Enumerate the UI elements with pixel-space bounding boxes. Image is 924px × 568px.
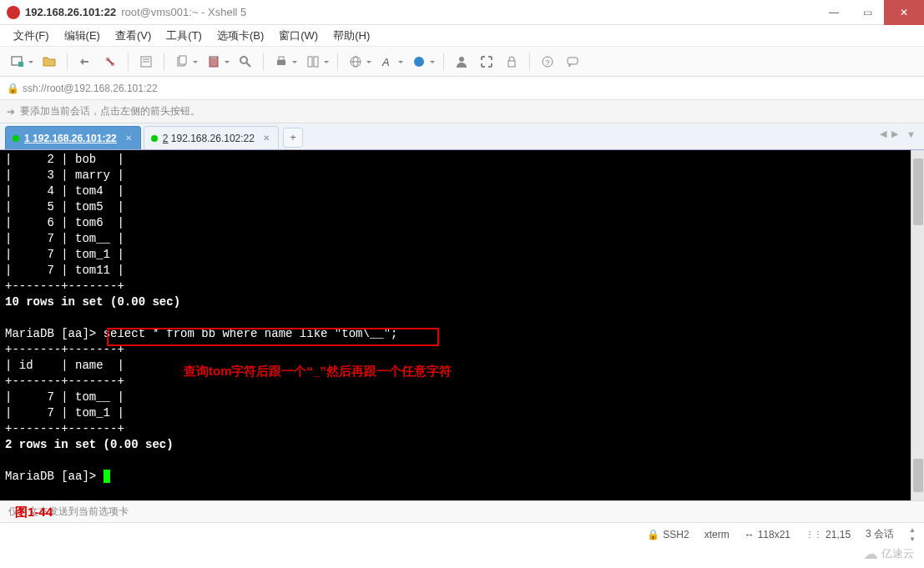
svg-rect-25 — [568, 58, 578, 64]
svg-text:A: A — [381, 56, 390, 68]
paste-icon[interactable] — [203, 51, 225, 73]
status-bar: 🔒SSH2 xterm ↔118x21 ⋮⋮21,15 3 会话 ▲▼ — [0, 522, 924, 545]
menu-help[interactable]: 帮助(H) — [326, 25, 376, 47]
lock-icon[interactable] — [501, 51, 523, 73]
watermark: ☁ 亿速云 — [858, 543, 919, 565]
tab-session-2[interactable]: 2 192.168.26.102:22 ✕ — [144, 126, 279, 149]
arrow-right-icon[interactable]: ➜ — [7, 106, 15, 118]
status-updown-icon[interactable]: ▲▼ — [909, 527, 916, 542]
title-suffix: root@vms001:~ - Xshell 5 — [121, 6, 246, 18]
disconnect-icon[interactable] — [99, 51, 121, 73]
chat-icon[interactable] — [562, 51, 583, 73]
figure-label: 图1-44 — [15, 505, 53, 520]
menu-window[interactable]: 窗口(W) — [272, 25, 325, 47]
app-icon — [7, 6, 20, 19]
status-term: xterm — [704, 529, 730, 540]
fullscreen-icon[interactable] — [476, 51, 497, 73]
highlight-box — [107, 328, 439, 346]
svg-rect-9 — [211, 56, 216, 58]
toolbar: A ? — [0, 47, 924, 77]
annotation-text: 查询tom字符后跟一个“_”然后再跟一个任意字符 — [184, 363, 452, 379]
menu-tab[interactable]: 选项卡(B) — [210, 25, 270, 47]
menu-edit[interactable]: 编辑(E) — [58, 25, 107, 47]
tab-close-icon[interactable]: ✕ — [263, 133, 270, 143]
status-protocol: 🔒SSH2 — [647, 529, 689, 540]
tab-bar: 1 192.168.26.101:22 ✕ 2 192.168.26.102:2… — [0, 123, 924, 150]
tab-close-icon[interactable]: ✕ — [125, 133, 132, 143]
svg-text:?: ? — [546, 58, 550, 67]
properties-icon[interactable] — [135, 51, 157, 73]
svg-rect-22 — [508, 61, 515, 67]
hint-text: 要添加当前会话，点击左侧的箭头按钮。 — [20, 104, 200, 118]
address-bar: 🔒 ssh://root@192.168.26.101:22 — [0, 77, 924, 100]
status-sessions: 3 会话 — [866, 527, 894, 541]
layout-icon[interactable] — [302, 51, 324, 73]
svg-point-20 — [414, 57, 424, 67]
hint-bar: ➜ 要添加当前会话，点击左侧的箭头按钮。 — [0, 100, 924, 123]
tab-add-button[interactable]: + — [283, 128, 303, 148]
menu-tools[interactable]: 工具(T) — [159, 25, 209, 47]
menu-view[interactable]: 查看(V) — [109, 25, 158, 47]
new-session-icon[interactable] — [7, 51, 28, 73]
tab-session-1[interactable]: 1 192.168.26.101:22 ✕ — [5, 126, 141, 149]
tab-nav-arrows[interactable]: ◀▶▼ — [880, 128, 916, 139]
svg-rect-13 — [279, 57, 284, 60]
find-icon[interactable] — [235, 51, 256, 73]
svg-point-21 — [459, 57, 464, 62]
svg-rect-15 — [314, 57, 318, 67]
globe-icon[interactable] — [345, 51, 366, 73]
window-controls: — ▭ ✕ — [817, 0, 924, 25]
menu-file[interactable]: 文件(F) — [7, 25, 56, 47]
info-strip: 仅将文本发送到当前选项卡 图1-44 — [0, 500, 924, 522]
open-icon[interactable] — [38, 51, 60, 73]
terminal-scrollbar[interactable] — [911, 150, 924, 500]
status-cursor: ⋮⋮21,15 — [805, 529, 851, 540]
title-bar: 192.168.26.101:22 root@vms001:~ - Xshell… — [0, 0, 924, 25]
font-icon[interactable]: A — [376, 51, 398, 73]
svg-rect-14 — [308, 57, 312, 67]
status-size: ↔118x21 — [745, 529, 790, 540]
minimize-button[interactable]: — — [817, 0, 851, 25]
status-dot-icon — [151, 135, 158, 142]
terminal-cursor — [104, 470, 110, 483]
address-url[interactable]: ssh://root@192.168.26.101:22 — [23, 83, 158, 94]
copy-icon[interactable] — [171, 51, 193, 73]
close-button[interactable]: ✕ — [884, 0, 924, 25]
terminal-output[interactable]: | 2 | bob | | 3 | marry | | 4 | tom4 | |… — [0, 150, 924, 500]
status-dot-icon — [13, 135, 19, 142]
svg-line-11 — [246, 63, 250, 67]
help-icon[interactable]: ? — [537, 51, 558, 73]
menu-bar: 文件(F) 编辑(E) 查看(V) 工具(T) 选项卡(B) 窗口(W) 帮助(… — [0, 25, 924, 47]
lock-small-icon: 🔒 — [7, 83, 19, 94]
svg-line-2 — [108, 59, 113, 64]
svg-rect-7 — [179, 56, 186, 64]
reconnect-icon[interactable] — [74, 51, 96, 73]
print-icon[interactable] — [270, 51, 292, 73]
user-icon[interactable] — [451, 51, 472, 73]
title-host: 192.168.26.101:22 — [25, 6, 116, 18]
color-icon[interactable] — [408, 51, 430, 73]
maximize-button[interactable]: ▭ — [851, 0, 884, 25]
svg-point-10 — [240, 57, 247, 63]
svg-rect-12 — [277, 60, 285, 65]
svg-rect-1 — [18, 62, 23, 67]
cloud-icon: ☁ — [863, 545, 878, 563]
